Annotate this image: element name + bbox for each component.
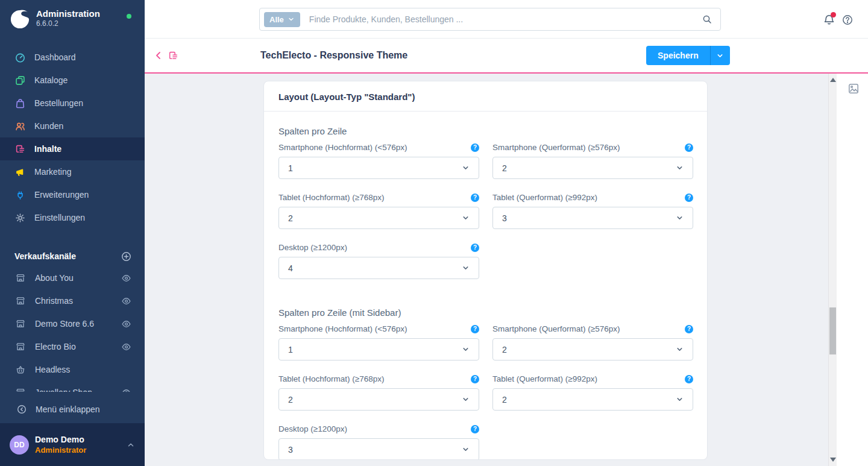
search-scope-dropdown[interactable]: Alle (264, 12, 300, 27)
help-icon[interactable] (471, 375, 479, 383)
collapse-menu-label: Menü einklappen (36, 405, 100, 414)
save-context-button[interactable] (710, 46, 730, 65)
page-title: TechElecto - Responsive Theme (260, 50, 407, 61)
scroll-up-arrow[interactable] (830, 78, 836, 82)
app-title: Administration (36, 8, 100, 19)
sales-channel-label: Electro Bio (35, 342, 76, 351)
eye-icon[interactable] (121, 388, 131, 392)
select-smartphone-portrait[interactable]: 1 (278, 157, 479, 179)
admin-app: Administration 6.6.0.2 Dashboard Katalog… (0, 0, 868, 466)
field-label: Smartphone (Querformat) (≥576px) (492, 324, 620, 333)
select-tablet-portrait[interactable]: 2 (278, 207, 479, 229)
back-button[interactable] (154, 51, 163, 60)
eye-icon[interactable] (121, 273, 131, 283)
sidebar-item-einstellungen[interactable]: Einstellungen (0, 206, 145, 229)
sales-channel-clipped[interactable]: Jewellery Shop (0, 381, 145, 392)
user-menu[interactable]: DD Demo Demo Administrator (0, 423, 145, 466)
sidebar-item-kunden[interactable]: Kunden (0, 115, 145, 137)
sales-channel-electro-bio[interactable]: Electro Bio (0, 335, 145, 358)
field-label: Desktop (≥1200px) (278, 243, 347, 252)
help-icon[interactable] (685, 375, 693, 383)
chevron-down-icon (462, 446, 470, 453)
save-button[interactable]: Speichern (646, 46, 710, 65)
select-desktop[interactable]: 4 (278, 257, 479, 279)
app-version: 6.6.0.2 (36, 19, 100, 28)
help-icon[interactable] (685, 194, 693, 202)
sales-channel-headless[interactable]: Headless (0, 358, 145, 381)
sales-channel-label: Demo Store 6.6 (35, 319, 94, 329)
media-preview-icon[interactable] (848, 83, 859, 94)
chevron-down-icon (676, 345, 684, 353)
sidebar-item-marketing[interactable]: Marketing (0, 160, 145, 183)
notification-badge (831, 12, 836, 17)
help-button[interactable] (842, 14, 853, 25)
eye-icon[interactable] (121, 296, 131, 306)
sidebar-item-dashboard[interactable]: Dashboard (0, 46, 145, 69)
chevron-down-icon (462, 345, 470, 353)
global-search[interactable]: Alle (259, 8, 721, 31)
right-gutter (837, 74, 868, 466)
select-tablet-portrait-sidebar[interactable]: 2 (278, 388, 479, 411)
sidebar-item-label: Marketing (34, 167, 71, 177)
field-tablet-portrait-sidebar: Tablet (Hochformat) (≥768px) 2 (278, 374, 479, 411)
select-tablet-landscape-sidebar[interactable]: 2 (492, 388, 693, 411)
collapse-menu-icon (17, 405, 27, 414)
sidebar-item-erweiterungen[interactable]: Erweiterungen (0, 183, 145, 206)
field-label: Tablet (Hochformat) (≥768px) (278, 374, 384, 383)
app-header: Administration 6.6.0.2 (0, 0, 145, 34)
sales-channel-label: Headless (35, 365, 70, 374)
help-icon[interactable] (471, 325, 479, 333)
settings-icon (15, 213, 25, 223)
help-icon[interactable] (471, 194, 479, 202)
sales-channel-about-you[interactable]: About You (0, 266, 145, 289)
shopware-logo-icon (10, 9, 30, 30)
collapse-menu-button[interactable]: Menü einklappen (0, 395, 145, 423)
field-label: Desktop (≥1200px) (278, 424, 347, 433)
help-icon[interactable] (685, 325, 693, 333)
search-scope-label: Alle (269, 15, 284, 24)
eye-icon[interactable] (121, 342, 131, 352)
sidebar-item-inhalte[interactable]: Inhalte (0, 137, 145, 160)
section-title: Spalten pro Zeile (278, 126, 693, 136)
field-desktop-sidebar: Desktop (≥1200px) 3 (278, 424, 479, 460)
help-icon[interactable] (471, 425, 479, 433)
content-icon (15, 144, 25, 154)
search-icon[interactable] (702, 14, 712, 24)
select-smartphone-portrait-sidebar[interactable]: 1 (278, 338, 479, 361)
select-tablet-landscape[interactable]: 3 (492, 207, 693, 229)
chevron-down-icon (462, 164, 470, 172)
chevron-down-icon (676, 214, 684, 222)
vertical-scrollbar[interactable] (828, 74, 837, 466)
section-columns-per-row-sidebar: Spalten pro Zeile (mit Sidebar) Smartpho… (278, 307, 693, 460)
section-columns-per-row: Spalten pro Zeile Smartphone (Hochformat… (278, 126, 693, 279)
help-icon[interactable] (471, 244, 479, 252)
customers-icon (15, 121, 25, 131)
scroll-down-arrow[interactable] (830, 458, 836, 462)
select-smartphone-landscape-sidebar[interactable]: 2 (492, 338, 693, 361)
field-label: Smartphone (Querformat) (≥576px) (492, 143, 620, 152)
select-value: 3 (502, 213, 507, 223)
sales-channel-christmas[interactable]: Christmas (0, 289, 145, 312)
select-value: 4 (288, 263, 293, 273)
field-tablet-landscape: Tablet (Querformat) (≥992px) 3 (492, 193, 693, 229)
chevron-down-icon (676, 164, 684, 172)
scrollbar-thumb[interactable] (829, 307, 836, 354)
select-value: 1 (288, 345, 293, 354)
eye-icon[interactable] (121, 319, 131, 329)
layout-settings-card: Layout (Layout-Typ "Standard") Spalten p… (263, 81, 708, 460)
search-input[interactable] (308, 14, 702, 25)
sidebar-item-label: Einstellungen (34, 213, 85, 222)
sidebar-item-bestellungen[interactable]: Bestellungen (0, 92, 145, 115)
field-label: Tablet (Querformat) (≥992px) (492, 374, 597, 383)
select-desktop-sidebar[interactable]: 3 (278, 438, 479, 460)
notifications-button[interactable] (823, 14, 835, 25)
add-sales-channel-icon[interactable] (121, 251, 131, 262)
help-icon[interactable] (685, 143, 693, 152)
chevron-up-icon (127, 441, 135, 449)
select-value: 2 (502, 395, 507, 405)
select-smartphone-landscape[interactable]: 2 (492, 157, 693, 179)
help-icon[interactable] (471, 143, 479, 152)
sidebar-item-kataloge[interactable]: Kataloge (0, 69, 145, 92)
chevron-down-icon (288, 16, 295, 23)
sales-channel-demo-store[interactable]: Demo Store 6.6 (0, 312, 145, 335)
